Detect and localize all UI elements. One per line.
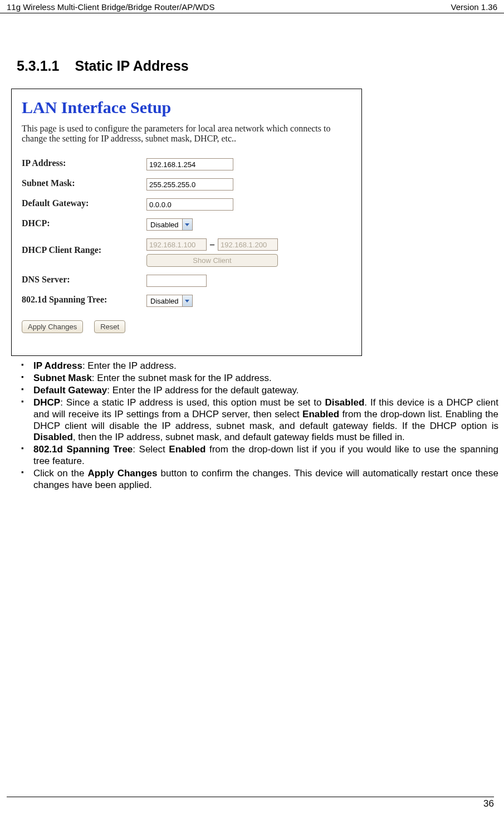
page-footer: 36 — [7, 797, 494, 809]
notes-list: IP Address: Enter the IP address. Subnet… — [11, 360, 498, 491]
lan-setup-title: LAN Interface Setup — [22, 98, 351, 117]
default-gateway-label: Default Gateway: — [22, 198, 146, 208]
content: 5.3.1.1 Static IP Address LAN Interface … — [0, 13, 504, 491]
show-client-button[interactable]: Show Client — [146, 254, 278, 267]
dns-server-input[interactable] — [146, 275, 207, 287]
spanning-tree-select[interactable]: Disabled — [146, 295, 193, 307]
note-gateway: Default Gateway: Enter the IP address fo… — [18, 385, 498, 397]
note-dhcp: DHCP: Since a static IP address is used,… — [18, 397, 498, 444]
ip-address-input[interactable] — [146, 158, 233, 170]
default-gateway-input[interactable] — [146, 198, 233, 211]
dhcp-select-value: Disabled — [147, 221, 182, 229]
section-number: 5.3.1.1 — [17, 58, 59, 74]
ip-address-label: IP Address: — [22, 158, 146, 168]
note-ip: IP Address: Enter the IP address. — [18, 360, 498, 372]
dhcp-label: DHCP: — [22, 218, 146, 228]
dhcp-range-label: DHCP Client Range: — [22, 238, 146, 255]
subnet-mask-label: Subnet Mask: — [22, 178, 146, 188]
dhcp-select[interactable]: Disabled — [146, 218, 193, 231]
range-dash: – — [210, 240, 214, 250]
reset-button[interactable]: Reset — [94, 320, 125, 333]
chevron-down-icon — [182, 219, 192, 230]
dhcp-range-end-input[interactable] — [218, 238, 278, 251]
doc-title-left: 11g Wireless Multi-Client Bridge/Bridge … — [7, 2, 214, 12]
dns-server-label: DNS Server: — [22, 275, 146, 285]
lan-setup-desc: This page is used to configure the param… — [22, 124, 351, 144]
page-number: 36 — [483, 798, 494, 809]
lan-setup-figure: LAN Interface Setup This page is used to… — [11, 89, 362, 356]
note-apply: Click on the Apply Changes button to con… — [18, 468, 498, 491]
section-title: Static IP Address — [75, 58, 188, 74]
doc-version: Version 1.36 — [451, 2, 497, 12]
spanning-tree-value: Disabled — [147, 297, 182, 305]
dhcp-range-start-input[interactable] — [146, 238, 207, 251]
note-spanning: 802.1d Spanning Tree: Select Enabled fro… — [18, 444, 498, 467]
subnet-mask-input[interactable] — [146, 178, 233, 191]
chevron-down-icon — [182, 295, 192, 306]
note-mask: Subnet Mask: Enter the subnet mask for t… — [18, 373, 498, 384]
apply-changes-button[interactable]: Apply Changes — [22, 320, 83, 333]
section-header: 5.3.1.1 Static IP Address — [17, 58, 498, 74]
page-header: 11g Wireless Multi-Client Bridge/Bridge … — [0, 0, 504, 13]
spanning-tree-label: 802.1d Spanning Tree: — [22, 295, 146, 305]
